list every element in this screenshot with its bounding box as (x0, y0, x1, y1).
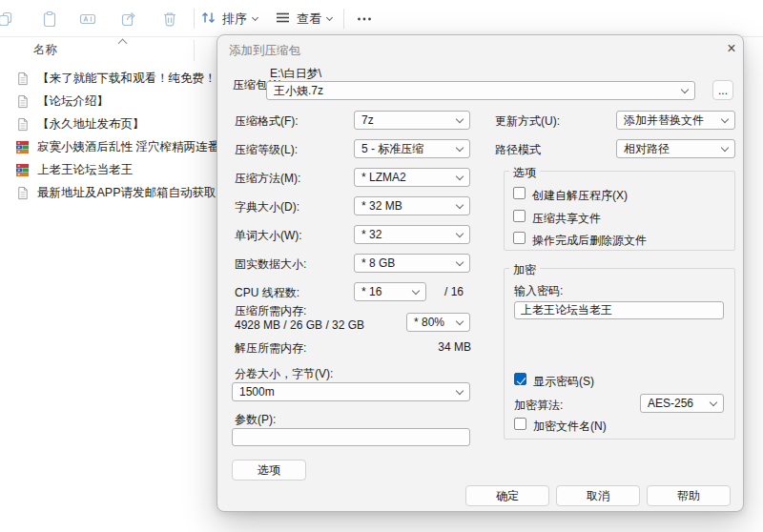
file-name: 【永久地址发布页】 (37, 116, 145, 133)
method-combobox[interactable]: * LZMA2 (354, 168, 470, 187)
show-password-checkbox[interactable] (514, 373, 526, 385)
chevron-down-icon (721, 143, 729, 151)
delete-after-checkbox[interactable] (513, 232, 526, 244)
volume-size-label: 分卷大小，字节(V): (235, 366, 333, 382)
delete-after-label: 操作完成后删除源文件 (532, 233, 647, 249)
toolbar-separator (343, 9, 344, 29)
path-mode-combobox[interactable]: 相对路径 (616, 139, 735, 158)
paste-icon[interactable] (40, 10, 59, 29)
solid-block-combobox[interactable]: * 8 GB (354, 254, 470, 273)
solid-block-label: 固实数据大小: (235, 256, 306, 273)
encryption-method-label: 加密算法: (514, 398, 563, 414)
path-mode-label: 路径模式 (495, 142, 541, 158)
archive-icon (15, 163, 30, 177)
chevron-down-icon (412, 286, 420, 294)
parameters-input[interactable] (232, 428, 470, 446)
view-button[interactable]: 查看 (275, 7, 332, 31)
copy-icon[interactable] (0, 10, 15, 29)
password-input[interactable] (514, 301, 724, 319)
chevron-down-icon (456, 386, 464, 394)
update-mode-combobox[interactable]: 添加并替换文件 (616, 111, 735, 130)
create-sfx-checkbox[interactable] (513, 187, 526, 199)
format-label: 压缩格式(F): (235, 113, 299, 130)
rename-icon[interactable] (78, 10, 97, 29)
memory-compress-label: 压缩所需内存: (235, 303, 306, 319)
cancel-button[interactable]: 取消 (556, 485, 640, 506)
browse-button[interactable]: ... (712, 80, 733, 100)
chevron-down-icon (681, 85, 689, 92)
file-name: 上老王论坛当老王 (37, 162, 133, 178)
encrypt-filenames-label: 加密文件名(N) (533, 419, 607, 435)
cpu-threads-combobox[interactable]: * 16 (354, 282, 426, 301)
level-combobox[interactable]: 5 - 标准压缩 (354, 139, 470, 158)
list-item[interactable]: 寂寞小姨酒后乱性 淫穴榨精两连番 (15, 138, 219, 155)
chevron-down-icon (456, 172, 464, 179)
create-sfx-label: 创建自解压程序(X) (532, 188, 628, 204)
parameters-label: 参数(P): (235, 412, 276, 428)
column-separator (194, 40, 195, 61)
more-icon[interactable] (355, 10, 374, 29)
chevron-down-icon (456, 229, 464, 236)
dictionary-combobox[interactable]: * 32 MB (354, 196, 470, 215)
chevron-down-icon (456, 114, 464, 122)
memory-decompress-value: 34 MB (389, 340, 471, 354)
cpu-threads-label: CPU 线程数: (235, 285, 299, 301)
file-name: 寂寞小姨酒后乱性 淫穴榨精两连番 (37, 139, 219, 155)
memory-usage-combobox[interactable]: * 80% (406, 313, 470, 332)
chevron-down-icon (721, 114, 729, 122)
word-size-combobox[interactable]: * 32 (354, 225, 470, 244)
word-size-label: 单词大小(W): (235, 228, 302, 244)
encrypt-filenames-checkbox[interactable] (514, 418, 526, 430)
sort-label: 排序 (222, 10, 247, 28)
sort-icon (200, 10, 217, 29)
add-to-archive-dialog: 添加到压缩包 × 压缩包(A) E:\白日梦\ 王小姨.7z ... 压缩格式(… (217, 34, 744, 512)
encryption-method-combobox[interactable]: AES-256 (640, 394, 724, 413)
archive-path: E:\白日梦\ (270, 66, 321, 82)
document-icon (15, 117, 30, 132)
encryption-group-title: 加密 (509, 262, 540, 278)
chevron-down-icon (326, 14, 333, 21)
share-icon[interactable] (119, 10, 138, 29)
view-icon (275, 10, 291, 29)
dictionary-label: 字典大小(D): (235, 199, 299, 215)
dialog-title: 添加到压缩包 (229, 43, 300, 59)
memory-decompress-label: 解压所需内存: (235, 340, 306, 357)
list-item[interactable]: 上老王论坛当老王 (15, 161, 133, 178)
level-label: 压缩等级(L): (235, 142, 298, 158)
show-password-label: 显示密码(S) (533, 374, 594, 390)
sort-button[interactable]: 排序 (200, 7, 258, 31)
view-label: 查看 (297, 10, 321, 28)
toolbar-separator (194, 9, 195, 29)
chevron-down-icon (252, 14, 258, 21)
chevron-down-icon (456, 257, 464, 265)
cpu-threads-max: / 16 (444, 285, 464, 298)
chevron-down-icon (456, 143, 464, 151)
compress-shared-label: 压缩共享文件 (532, 211, 601, 227)
sort-ascending-indicator (118, 39, 128, 49)
document-icon (15, 94, 30, 109)
ok-button[interactable]: 确定 (465, 485, 549, 506)
chevron-down-icon (456, 200, 464, 208)
file-name: 【论坛介绍】 (37, 93, 109, 110)
name-column-header[interactable]: 名称 (33, 42, 57, 58)
options-button[interactable]: 选项 (232, 460, 306, 481)
list-item[interactable]: 【论坛介绍】 (15, 92, 109, 110)
document-icon (15, 72, 30, 86)
chevron-down-icon (710, 398, 717, 405)
document-icon (15, 186, 30, 200)
options-group-title: 选项 (509, 165, 540, 181)
format-combobox[interactable]: 7z (354, 111, 470, 130)
delete-icon[interactable] (160, 10, 179, 29)
archive-icon (15, 140, 30, 154)
archive-name-combobox[interactable]: 王小姨.7z (266, 81, 695, 100)
update-mode-label: 更新方式(U): (495, 113, 560, 130)
volume-size-combobox[interactable]: 1500m (232, 382, 470, 401)
compress-shared-checkbox[interactable] (513, 210, 526, 222)
memory-compress-detail: 4928 MB / 26 GB / 32 GB (235, 318, 364, 332)
list-item[interactable]: 【永久地址发布页】 (15, 115, 145, 133)
help-button[interactable]: 帮助 (647, 485, 731, 506)
explorer-toolbar: 排序 查看 (0, 0, 763, 37)
close-icon[interactable]: × (720, 38, 743, 59)
chevron-down-icon (456, 317, 464, 324)
list-item[interactable]: 【来了就能下载和观看！纯免费！】 (15, 70, 228, 87)
